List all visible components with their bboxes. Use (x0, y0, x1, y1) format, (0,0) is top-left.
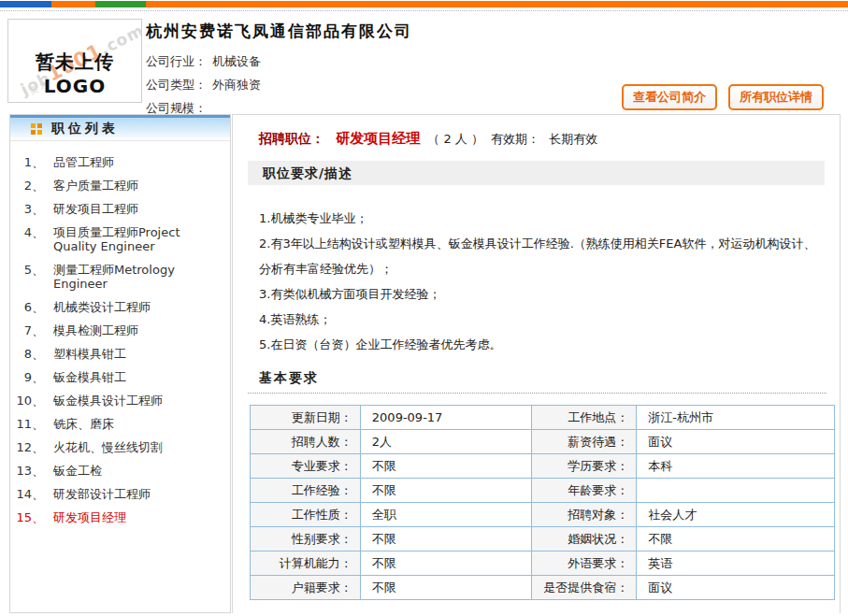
job-item-number: 6、 (10, 300, 44, 314)
company-logo-placeholder: job1001.com 英才 暂未上传LOGO (7, 19, 142, 103)
field-value: 不限 (360, 527, 531, 552)
sidebar-job-item[interactable]: 11、铣床、磨床 (10, 412, 230, 436)
table-row: 工作经验：不限年龄要求： (251, 479, 835, 503)
validity-value: 长期有效 (549, 132, 597, 146)
field-label: 更新日期： (251, 406, 361, 430)
company-info-row: 公司行业：机械设备 (146, 50, 841, 73)
field-value: 不限 (360, 454, 531, 479)
sidebar-job-item[interactable]: 12、火花机、慢丝线切割 (10, 436, 230, 459)
job-item-label: 塑料模具钳工 (53, 347, 224, 361)
field-value: 2人 (360, 430, 531, 454)
company-info-label: 公司行业： (146, 54, 207, 68)
field-label: 工作经验： (251, 479, 361, 503)
field-label: 性别要求： (251, 527, 361, 552)
field-label: 是否提供食宿： (531, 576, 637, 600)
job-item-number: 9、 (10, 370, 44, 384)
job-item-number: 12、 (10, 440, 44, 454)
field-value: 2009-09-17 (360, 406, 531, 430)
field-label: 外语要求： (531, 552, 637, 576)
company-name: 杭州安费诺飞凤通信部品有限公司 (146, 21, 841, 50)
job-item-number: 15、 (10, 510, 44, 524)
company-info-value: 机械设备 (212, 54, 261, 68)
sidebar-job-item[interactable]: 4、项目质量工程师Project Quality Engineer (10, 221, 230, 258)
sidebar-job-item[interactable]: 9、钣金模具钳工 (10, 365, 230, 389)
job-item-number: 1、 (10, 155, 44, 169)
field-value: 社会人才 (637, 503, 835, 527)
sidebar-job-item[interactable]: 10、钣金模具设计工程师 (10, 389, 230, 412)
basic-requirements-title: 基本要求 (248, 357, 826, 394)
field-label: 招聘人数： (251, 430, 361, 454)
table-row: 性别要求：不限婚姻状况：不限 (251, 527, 835, 552)
job-item-number: 7、 (10, 323, 44, 337)
color-stripe (146, 1, 848, 7)
sidebar-job-item[interactable]: 6、机械类设计工程师 (10, 295, 230, 319)
job-item-label: 测量工程师Metrology Engineer (53, 263, 224, 291)
description-line: 4.英语熟练； (259, 307, 817, 332)
table-row: 招聘人数：2人薪资待遇：面议 (251, 430, 835, 454)
field-value: 面议 (637, 576, 835, 600)
description-line: 2.有3年以上结构设计或塑料模具、钣金模具设计工作经验.（熟练使用相关FEA软件… (259, 231, 817, 281)
job-item-label: 火花机、慢丝线切割 (53, 440, 224, 454)
job-item-number: 4、 (10, 225, 44, 253)
field-label: 薪资待遇： (531, 430, 637, 454)
field-label: 工作地点： (531, 406, 637, 430)
job-title: 研发项目经理 (336, 130, 420, 147)
job-item-label: 模具检测工程师 (53, 323, 224, 337)
company-info-label: 公司规模： (146, 101, 207, 115)
field-label: 工作性质： (251, 503, 361, 527)
basic-requirements-table: 更新日期：2009-09-17工作地点：浙江-杭州市招聘人数：2人薪资待遇：面议… (250, 405, 835, 600)
field-value: 不限 (360, 576, 531, 600)
company-info-value: 外商独资 (212, 78, 261, 92)
job-item-number: 13、 (10, 464, 44, 478)
job-detail-panel: 招聘职位： 研发项目经理 （ 2 人 ） 有效期： 长期有效 职位要求/描述 1… (232, 114, 841, 613)
job-headcount: （ 2 人 ） (427, 132, 483, 146)
job-item-label: 研发部设计工程师 (53, 487, 224, 501)
field-value: 本科 (637, 454, 835, 479)
field-label: 专业要求： (251, 454, 361, 479)
field-value: 面议 (637, 430, 835, 454)
job-description: 1.机械类专业毕业；2.有3年以上结构设计或塑料模具、钣金模具设计工作经验.（熟… (248, 185, 826, 357)
table-row: 专业要求：不限学历要求：本科 (251, 454, 835, 479)
top-color-stripes (0, 1, 848, 7)
description-line: 3.有类似机械方面项目开发经验； (259, 281, 817, 307)
sidebar-job-item[interactable]: 13、钣金工检 (10, 459, 230, 482)
field-value: 不限 (360, 479, 531, 503)
view-company-profile-button[interactable]: 查看公司简介 (622, 84, 717, 110)
job-head: 招聘职位： 研发项目经理 （ 2 人 ） 有效期： 长期有效 (248, 130, 826, 148)
field-label: 招聘对象： (531, 503, 637, 527)
sidebar-job-item[interactable]: 2、客户质量工程师 (10, 174, 230, 197)
field-label: 年龄要求： (531, 479, 637, 503)
table-row: 户籍要求：不限是否提供食宿：面议 (251, 576, 835, 600)
job-item-label: 研发项目工程师 (53, 202, 224, 216)
validity-label: 有效期： (491, 132, 539, 146)
job-item-label: 研发项目经理 (53, 510, 224, 524)
company-header: job1001.com 英才 暂未上传LOGO 杭州安费诺飞凤通信部品有限公司 … (0, 15, 848, 114)
sidebar-job-item[interactable]: 8、塑料模具钳工 (10, 342, 230, 365)
job-item-label: 钣金工检 (53, 464, 224, 478)
sidebar-job-item[interactable]: 5、测量工程师Metrology Engineer (10, 258, 230, 295)
table-row: 更新日期：2009-09-17工作地点：浙江-杭州市 (251, 406, 835, 430)
job-head-label: 招聘职位： (259, 131, 324, 146)
job-item-label: 项目质量工程师Project Quality Engineer (53, 225, 224, 253)
sidebar-job-item[interactable]: 14、研发部设计工程师 (10, 482, 230, 506)
page: job1001.com 英才 暂未上传LOGO 杭州安费诺飞凤通信部品有限公司 … (0, 1, 848, 616)
job-item-number: 14、 (10, 487, 44, 501)
field-value: 浙江-杭州市 (637, 406, 835, 430)
sidebar-job-item[interactable]: 3、研发项目工程师 (10, 197, 230, 221)
field-value: 英语 (637, 552, 835, 576)
sidebar-job-item[interactable]: 1、品管工程师 (10, 150, 230, 174)
job-item-label: 品管工程师 (53, 155, 224, 169)
color-stripe (0, 1, 51, 7)
all-jobs-detail-button[interactable]: 所有职位详情 (728, 84, 824, 110)
company-info-label: 公司类型： (146, 78, 207, 92)
job-item-label: 客户质量工程师 (53, 179, 224, 193)
job-item-number: 11、 (10, 417, 44, 431)
sidebar-job-item[interactable]: 7、模具检测工程师 (10, 319, 230, 342)
color-stripe (51, 1, 95, 7)
sidebar-job-item[interactable]: 15、研发项目经理 (10, 506, 230, 529)
job-item-number: 5、 (10, 263, 44, 291)
field-label: 计算机能力： (251, 552, 361, 576)
job-item-number: 2、 (10, 179, 44, 193)
table-row: 计算机能力：不限外语要求：英语 (251, 552, 835, 576)
job-item-label: 机械类设计工程师 (53, 300, 224, 314)
